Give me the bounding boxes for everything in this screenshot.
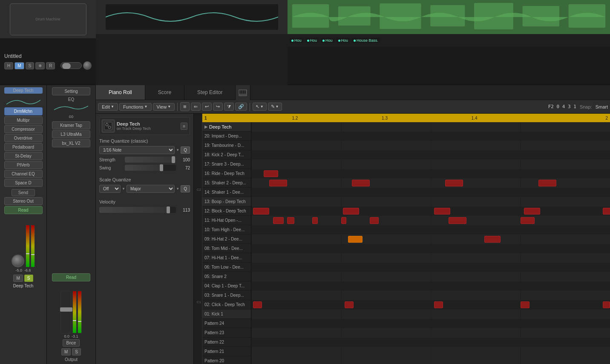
pointer-tool[interactable]: ↖▼ <box>253 103 267 111</box>
btn-m[interactable]: M <box>14 62 24 69</box>
drum-item-12[interactable]: 12: Block - Deep Tech <box>202 206 251 216</box>
bnce-btn[interactable]: Bnce <box>63 339 80 347</box>
link-btn[interactable]: 🔗 <box>235 103 247 111</box>
note-hihat2-4[interactable] <box>524 208 540 215</box>
st-delay-btn[interactable]: St-Delay <box>4 152 43 160</box>
note-shaker1-3[interactable] <box>445 180 463 186</box>
note-shaker2-1[interactable] <box>264 170 278 177</box>
pencil-tool[interactable]: ✎▼ <box>268 103 282 111</box>
note-kick-2[interactable] <box>345 301 354 308</box>
piano-roll-grid[interactable] <box>251 122 610 364</box>
drum-item-pat23[interactable]: Pattern 23 <box>202 328 251 338</box>
arrow-icon-btn[interactable]: ⇐ <box>191 103 201 111</box>
bx-xl-v2-btn[interactable]: bx_XL V2 <box>52 139 90 147</box>
drum-item-07[interactable]: 07: Hi-Hat 1 - Dee... <box>202 253 251 263</box>
note-shaker1-1[interactable] <box>269 180 287 186</box>
channel-eq-btn[interactable]: Channel EQ <box>4 170 43 178</box>
drum-item-06[interactable]: 06: Tom Low - Dee... <box>202 263 251 272</box>
btn-freeze[interactable]: ❄ <box>35 62 45 69</box>
drum-item-19[interactable]: 19: Tambourine - D... <box>202 141 251 150</box>
drum-item-03[interactable]: 03: Snare 1 - Deep... <box>202 291 251 300</box>
l3-ultrama-btn[interactable]: L3 UltraMa <box>52 130 90 138</box>
space-d-btn[interactable]: Space D <box>4 179 43 187</box>
piano-roll-tab[interactable]: Piano Roll <box>96 85 145 100</box>
note-tomhigh-6[interactable] <box>449 217 466 224</box>
note-hihat2-2[interactable] <box>343 208 359 215</box>
funnel-icon-btn[interactable]: ⧩ <box>224 103 234 111</box>
note-tomhigh-1[interactable] <box>273 217 284 224</box>
note-tomhigh-7[interactable] <box>521 217 535 224</box>
scale-off-select[interactable]: Off <box>99 185 121 193</box>
drum-item-02[interactable]: 02: Click - Deep Tech <box>202 300 251 310</box>
note-kick-5[interactable] <box>603 301 610 308</box>
note-hihat2-5[interactable] <box>603 208 610 215</box>
drum-item-17[interactable]: 17: Snare 3 - Deep... <box>202 160 251 169</box>
strength-slider-thumb[interactable] <box>172 156 175 163</box>
compressor-btn[interactable]: Compressor <box>4 125 43 133</box>
drum-item-15[interactable]: 15: Shaker 2 - Deep... <box>202 178 251 188</box>
drum-item-20[interactable]: 20: Impact - Deep... <box>202 132 251 141</box>
drum-item-10[interactable]: 10: Tom High - Dee... <box>202 225 251 235</box>
list-icon-btn[interactable]: ≡ <box>180 102 190 111</box>
mute-btn-left[interactable]: M <box>13 275 23 282</box>
quantize-q-btn[interactable]: Q <box>181 146 190 154</box>
swing-slider-thumb[interactable] <box>160 164 163 171</box>
note-tomhigh-2[interactable] <box>287 217 294 224</box>
snap-value[interactable]: Smart <box>596 104 608 109</box>
drum-item-05[interactable]: 05: Snare 2 <box>202 272 251 281</box>
ptverb-btn[interactable]: PtVerb <box>4 161 43 169</box>
note-tomhigh-4[interactable] <box>341 217 347 224</box>
solo-btn-right[interactable]: S <box>72 348 81 355</box>
pedalboard-btn[interactable]: Pedalboard <box>4 143 43 151</box>
drum-item-pat24[interactable]: Pattern 24 <box>202 319 251 328</box>
functions-btn[interactable]: Functions ▼ <box>119 103 152 111</box>
note-snare2-orange[interactable] <box>348 236 363 243</box>
velocity-slider-thumb[interactable] <box>167 206 170 213</box>
drum-item-11[interactable]: 11: Hi-Hat Open -... <box>202 216 251 225</box>
note-kick-3[interactable] <box>434 301 443 308</box>
drum-item-16[interactable]: 16: Ride - Deep Tech <box>202 169 251 178</box>
multipr-btn[interactable]: Multipr <box>4 116 43 124</box>
region-play-btn[interactable]: ▶ <box>204 124 208 129</box>
read-btn-right[interactable]: Read <box>52 273 90 281</box>
note-kick-4[interactable] <box>521 301 529 308</box>
solo-btn-left[interactable]: S <box>24 275 33 282</box>
scale-q-btn[interactable]: Q <box>181 185 190 192</box>
drum-item-14[interactable]: 14: Shaker 1 - Dee... <box>202 188 251 197</box>
plugin-options-btn[interactable]: ≡ <box>181 123 187 130</box>
note-tomhigh-5[interactable] <box>370 217 379 224</box>
note-shaker1-2[interactable] <box>352 180 370 186</box>
drum-item-08[interactable]: 08: Tom Mid - Dee... <box>202 244 251 253</box>
drum-item-04[interactable]: 04: Clap 1 - Deep T... <box>202 281 251 291</box>
note-hihat2-1[interactable] <box>253 208 269 215</box>
overdrive-btn[interactable]: Overdrive <box>4 134 43 142</box>
drmmchn-btn[interactable]: DrmMchn <box>4 107 43 115</box>
note-snare2-red[interactable] <box>484 236 501 243</box>
redo-icon-btn[interactable]: ↪ <box>213 103 223 111</box>
view-btn[interactable]: View ▼ <box>153 103 175 111</box>
edit-btn[interactable]: Edit ▼ <box>98 103 118 111</box>
mute-btn-right[interactable]: M <box>61 348 71 355</box>
drum-item-18[interactable]: 18: Kick 2 - Deep T... <box>202 150 251 160</box>
drum-item-pat22[interactable]: Pattern 22 <box>202 338 251 347</box>
read-btn-left[interactable]: Read <box>4 206 43 214</box>
drum-item-pat20[interactable]: Pattern 20 <box>202 356 251 364</box>
note-hihat2-3[interactable] <box>434 208 450 215</box>
drum-item-09[interactable]: 09: Hi-Hat 2 - Dee... <box>202 235 251 244</box>
note-shaker1-4[interactable] <box>538 180 556 186</box>
drum-item-01[interactable]: 01: Kick 1 <box>202 310 251 319</box>
kramer-tap-btn[interactable]: Kramer Tap <box>52 121 90 129</box>
setting-btn[interactable]: Setting <box>52 87 90 95</box>
score-tab[interactable]: Score <box>145 85 184 100</box>
note-kick-1[interactable] <box>253 301 262 308</box>
note-tomhigh-3[interactable] <box>312 217 318 224</box>
undo-icon-btn[interactable]: ↩ <box>202 103 212 111</box>
drum-item-13[interactable]: 13: Boop - Deep Tech <box>202 197 251 206</box>
stereo-out-left[interactable]: Stereo Out <box>4 197 43 205</box>
step-editor-tab[interactable]: Step Editor <box>184 85 236 100</box>
btn-h[interactable]: H <box>4 62 13 69</box>
btn-r[interactable]: R <box>46 62 55 69</box>
scale-key-select[interactable]: Major <box>127 185 175 193</box>
btn-s[interactable]: S <box>26 62 35 69</box>
note-value-select[interactable]: 1/16 Note <box>99 146 175 154</box>
